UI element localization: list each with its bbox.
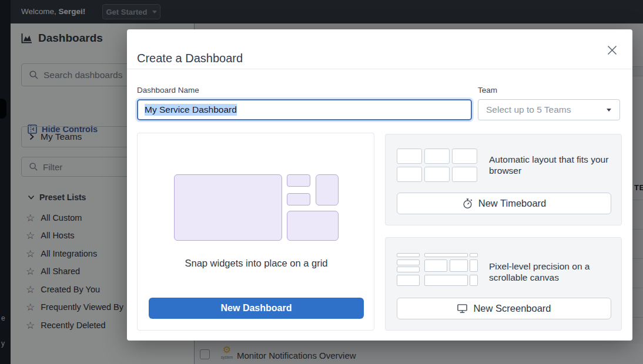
new-dashboard-button[interactable]: New Dashboard: [149, 298, 364, 319]
close-button[interactable]: [604, 42, 619, 58]
team-select-placeholder: Select up to 5 Teams: [486, 105, 571, 115]
monitor-icon: [457, 304, 468, 314]
new-screenboard-label: New Screenboard: [473, 303, 551, 314]
new-dashboard-label: New Dashboard: [221, 303, 292, 314]
screenboard-card: Pixel-level precision on a scrollable ca…: [385, 237, 622, 331]
stopwatch-icon: [462, 198, 473, 209]
team-select[interactable]: Select up to 5 Teams: [478, 99, 620, 120]
timeboard-caption: Automatic layout that fits your browser: [489, 154, 615, 176]
new-screenboard-button[interactable]: New Screenboard: [397, 298, 611, 319]
dashboard-name-label: Dashboard Name: [137, 86, 199, 95]
chevron-down-icon: [607, 109, 611, 112]
create-dashboard-modal: Create a Dashboard Dashboard Name My Ser…: [127, 29, 632, 341]
new-timeboard-label: New Timeboard: [478, 198, 547, 209]
modal-title: Create a Dashboard: [137, 52, 243, 70]
close-icon: [607, 45, 617, 55]
screenboard-caption: Pixel-level precision on a scrollable ca…: [489, 261, 615, 283]
grid-card-caption: Snap widgets into place on a grid: [138, 258, 375, 269]
dashboard-name-value: My Service Dashboard: [145, 104, 237, 116]
grid-dashboard-card: Snap widgets into place on a grid New Da…: [137, 133, 374, 331]
modal-header-divider: [127, 69, 632, 69]
new-timeboard-button[interactable]: New Timeboard: [397, 193, 611, 214]
team-label: Team: [478, 86, 497, 95]
timeboard-card: Automatic layout that fits your browser …: [385, 134, 622, 225]
dashboard-name-input[interactable]: My Service Dashboard: [137, 99, 472, 120]
